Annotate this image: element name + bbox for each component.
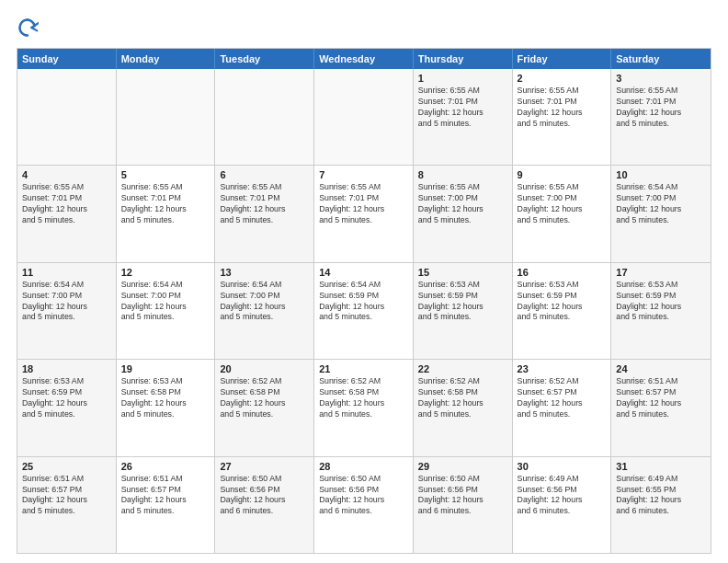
day-cell-28: 28Sunrise: 6:50 AM Sunset: 6:56 PM Dayli… (314, 457, 414, 553)
week-row-4: 18Sunrise: 6:53 AM Sunset: 6:59 PM Dayli… (17, 360, 711, 456)
day-number: 1 (418, 73, 507, 84)
day-header-friday: Friday (513, 49, 612, 69)
day-cell-21: 21Sunrise: 6:52 AM Sunset: 6:58 PM Dayli… (314, 360, 414, 455)
day-info: Sunrise: 6:52 AM Sunset: 6:57 PM Dayligh… (518, 376, 607, 420)
day-number: 23 (518, 363, 607, 374)
day-info: Sunrise: 6:54 AM Sunset: 7:00 PM Dayligh… (121, 280, 210, 324)
day-info: Sunrise: 6:52 AM Sunset: 6:58 PM Dayligh… (418, 376, 507, 420)
day-info: Sunrise: 6:54 AM Sunset: 6:59 PM Dayligh… (319, 280, 408, 324)
day-number: 29 (418, 461, 507, 472)
day-info: Sunrise: 6:50 AM Sunset: 6:56 PM Dayligh… (319, 474, 408, 518)
week-row-3: 11Sunrise: 6:54 AM Sunset: 7:00 PM Dayli… (17, 263, 711, 360)
day-number: 11 (22, 267, 111, 278)
empty-cell (17, 69, 117, 165)
day-number: 21 (319, 363, 408, 374)
day-info: Sunrise: 6:51 AM Sunset: 6:57 PM Dayligh… (616, 376, 706, 420)
day-number: 31 (616, 461, 706, 472)
day-cell-9: 9Sunrise: 6:55 AM Sunset: 7:00 PM Daylig… (513, 166, 612, 261)
day-cell-22: 22Sunrise: 6:52 AM Sunset: 6:58 PM Dayli… (414, 360, 513, 455)
day-cell-7: 7Sunrise: 6:55 AM Sunset: 7:01 PM Daylig… (314, 166, 414, 261)
day-info: Sunrise: 6:55 AM Sunset: 7:00 PM Dayligh… (418, 182, 507, 226)
empty-cell (314, 69, 414, 165)
day-number: 26 (121, 461, 210, 472)
day-cell-2: 2Sunrise: 6:55 AM Sunset: 7:01 PM Daylig… (513, 69, 612, 165)
day-number: 7 (319, 169, 408, 180)
day-cell-14: 14Sunrise: 6:54 AM Sunset: 6:59 PM Dayli… (314, 263, 414, 359)
day-cell-18: 18Sunrise: 6:53 AM Sunset: 6:59 PM Dayli… (17, 360, 117, 455)
day-info: Sunrise: 6:50 AM Sunset: 6:56 PM Dayligh… (418, 474, 507, 518)
day-cell-25: 25Sunrise: 6:51 AM Sunset: 6:57 PM Dayli… (17, 457, 117, 553)
day-cell-30: 30Sunrise: 6:49 AM Sunset: 6:56 PM Dayli… (513, 457, 612, 553)
day-cell-8: 8Sunrise: 6:55 AM Sunset: 7:00 PM Daylig… (414, 166, 513, 261)
day-number: 3 (616, 73, 706, 84)
day-info: Sunrise: 6:53 AM Sunset: 6:59 PM Dayligh… (418, 280, 507, 324)
day-info: Sunrise: 6:53 AM Sunset: 6:59 PM Dayligh… (22, 376, 111, 420)
page: SundayMondayTuesdayWednesdayThursdayFrid… (0, 0, 728, 563)
day-cell-16: 16Sunrise: 6:53 AM Sunset: 6:59 PM Dayli… (513, 263, 612, 359)
day-info: Sunrise: 6:55 AM Sunset: 7:01 PM Dayligh… (121, 182, 210, 226)
calendar: SundayMondayTuesdayWednesdayThursdayFrid… (17, 48, 711, 554)
day-number: 2 (518, 73, 607, 84)
day-cell-20: 20Sunrise: 6:52 AM Sunset: 6:58 PM Dayli… (215, 360, 314, 455)
day-number: 24 (616, 363, 706, 374)
day-number: 6 (220, 169, 309, 180)
day-info: Sunrise: 6:53 AM Sunset: 6:59 PM Dayligh… (616, 280, 706, 324)
day-cell-26: 26Sunrise: 6:51 AM Sunset: 6:57 PM Dayli… (117, 457, 216, 553)
day-cell-10: 10Sunrise: 6:54 AM Sunset: 7:00 PM Dayli… (611, 166, 711, 261)
header (17, 17, 711, 39)
empty-cell (215, 69, 314, 165)
day-number: 17 (616, 267, 706, 278)
day-number: 18 (22, 363, 111, 374)
day-cell-27: 27Sunrise: 6:50 AM Sunset: 6:56 PM Dayli… (215, 457, 314, 553)
day-number: 20 (220, 363, 309, 374)
day-cell-5: 5Sunrise: 6:55 AM Sunset: 7:01 PM Daylig… (117, 166, 216, 261)
day-info: Sunrise: 6:54 AM Sunset: 7:00 PM Dayligh… (22, 280, 111, 324)
day-info: Sunrise: 6:55 AM Sunset: 7:01 PM Dayligh… (22, 182, 111, 226)
day-number: 12 (121, 267, 210, 278)
day-cell-4: 4Sunrise: 6:55 AM Sunset: 7:01 PM Daylig… (17, 166, 117, 261)
day-number: 22 (418, 363, 507, 374)
day-cell-12: 12Sunrise: 6:54 AM Sunset: 7:00 PM Dayli… (117, 263, 216, 359)
calendar-header: SundayMondayTuesdayWednesdayThursdayFrid… (17, 49, 711, 69)
day-number: 8 (418, 169, 507, 180)
day-info: Sunrise: 6:55 AM Sunset: 7:01 PM Dayligh… (616, 86, 706, 130)
logo (17, 17, 42, 39)
day-number: 25 (22, 461, 111, 472)
day-number: 14 (319, 267, 408, 278)
day-number: 30 (518, 461, 607, 472)
week-row-1: 1Sunrise: 6:55 AM Sunset: 7:01 PM Daylig… (17, 69, 711, 166)
day-info: Sunrise: 6:51 AM Sunset: 6:57 PM Dayligh… (22, 474, 111, 518)
day-number: 28 (319, 461, 408, 472)
day-cell-23: 23Sunrise: 6:52 AM Sunset: 6:57 PM Dayli… (513, 360, 612, 455)
day-cell-19: 19Sunrise: 6:53 AM Sunset: 6:58 PM Dayli… (117, 360, 216, 455)
day-number: 13 (220, 267, 309, 278)
day-info: Sunrise: 6:52 AM Sunset: 6:58 PM Dayligh… (319, 376, 408, 420)
day-cell-31: 31Sunrise: 6:49 AM Sunset: 6:55 PM Dayli… (611, 457, 711, 553)
day-info: Sunrise: 6:53 AM Sunset: 6:59 PM Dayligh… (518, 280, 607, 324)
day-number: 4 (22, 169, 111, 180)
day-info: Sunrise: 6:49 AM Sunset: 6:56 PM Dayligh… (518, 474, 607, 518)
day-info: Sunrise: 6:54 AM Sunset: 7:00 PM Dayligh… (616, 182, 706, 226)
day-cell-13: 13Sunrise: 6:54 AM Sunset: 7:00 PM Dayli… (215, 263, 314, 359)
week-row-2: 4Sunrise: 6:55 AM Sunset: 7:01 PM Daylig… (17, 166, 711, 262)
day-number: 10 (616, 169, 706, 180)
day-cell-17: 17Sunrise: 6:53 AM Sunset: 6:59 PM Dayli… (611, 263, 711, 359)
day-cell-11: 11Sunrise: 6:54 AM Sunset: 7:00 PM Dayli… (17, 263, 117, 359)
day-header-monday: Monday (117, 49, 216, 69)
day-cell-15: 15Sunrise: 6:53 AM Sunset: 6:59 PM Dayli… (414, 263, 513, 359)
day-info: Sunrise: 6:55 AM Sunset: 7:01 PM Dayligh… (319, 182, 408, 226)
day-header-sunday: Sunday (17, 49, 117, 69)
day-info: Sunrise: 6:51 AM Sunset: 6:57 PM Dayligh… (121, 474, 210, 518)
day-info: Sunrise: 6:55 AM Sunset: 7:01 PM Dayligh… (220, 182, 309, 226)
day-info: Sunrise: 6:49 AM Sunset: 6:55 PM Dayligh… (616, 474, 706, 518)
day-info: Sunrise: 6:53 AM Sunset: 6:58 PM Dayligh… (121, 376, 210, 420)
day-cell-29: 29Sunrise: 6:50 AM Sunset: 6:56 PM Dayli… (414, 457, 513, 553)
day-number: 27 (220, 461, 309, 472)
day-header-tuesday: Tuesday (215, 49, 314, 69)
day-info: Sunrise: 6:50 AM Sunset: 6:56 PM Dayligh… (220, 474, 309, 518)
day-cell-24: 24Sunrise: 6:51 AM Sunset: 6:57 PM Dayli… (611, 360, 711, 455)
day-cell-1: 1Sunrise: 6:55 AM Sunset: 7:01 PM Daylig… (414, 69, 513, 165)
day-info: Sunrise: 6:52 AM Sunset: 6:58 PM Dayligh… (220, 376, 309, 420)
logo-icon (17, 17, 39, 39)
empty-cell (117, 69, 216, 165)
